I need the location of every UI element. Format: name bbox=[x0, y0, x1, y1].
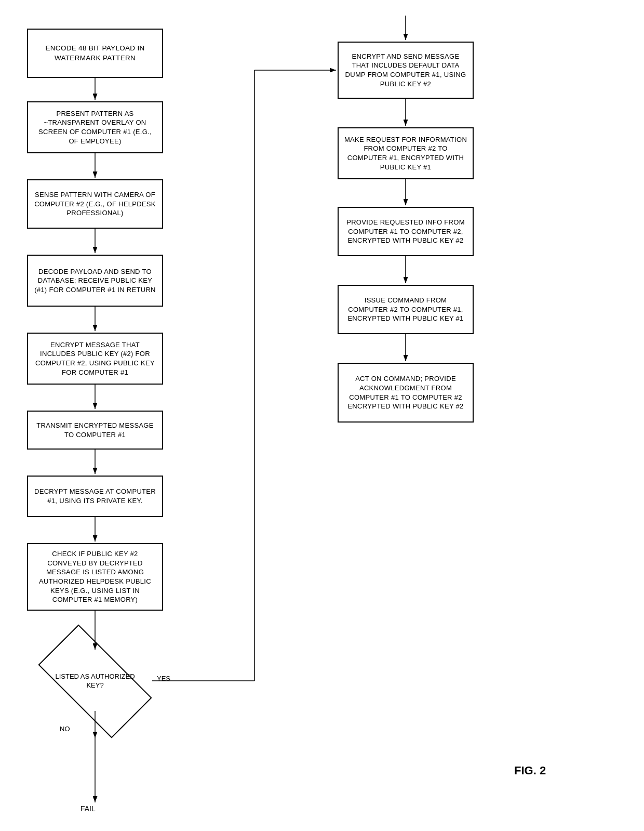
diamond-text: LISTED AS AUTHORIZED KEY? bbox=[53, 672, 137, 690]
rbox1: ENCRYPT AND SEND MESSAGE THAT INCLUDES D… bbox=[338, 42, 474, 99]
no-label: NO bbox=[60, 725, 70, 733]
rbox4: ISSUE COMMAND FROM COMPUTER #2 TO COMPUT… bbox=[338, 285, 474, 334]
box3: SENSE PATTERN WITH CAMERA OF COMPUTER #2… bbox=[27, 179, 163, 229]
box5: ENCRYPT MESSAGE THAT INCLUDES PUBLIC KEY… bbox=[27, 333, 163, 385]
fail-label: FAIL bbox=[81, 804, 96, 813]
box2: PRESENT PATTERN AS ~TRANSPARENT OVERLAY … bbox=[27, 101, 163, 153]
box7: DECRYPT MESSAGE AT COMPUTER #1, USING IT… bbox=[27, 476, 163, 517]
diagram-container: ENCODE 48 BIT PAYLOAD IN WATERMARK PATTE… bbox=[0, 0, 644, 831]
rbox3: PROVIDE REQUESTED INFO FROM COMPUTER #1 … bbox=[338, 207, 474, 256]
fig-label: FIG. 2 bbox=[514, 764, 546, 777]
box6: TRANSMIT ENCRYPTED MESSAGE TO COMPUTER #… bbox=[27, 411, 163, 450]
box8: CHECK IF PUBLIC KEY #2 CONVEYED BY DECRY… bbox=[27, 543, 163, 611]
rbox5: ACT ON COMMAND; PROVIDE ACKNOWLEDGMENT F… bbox=[338, 363, 474, 423]
box4: DECODE PAYLOAD AND SEND TO DATABASE; REC… bbox=[27, 255, 163, 307]
box1: ENCODE 48 BIT PAYLOAD IN WATERMARK PATTE… bbox=[27, 29, 163, 78]
rbox2: MAKE REQUEST FOR INFORMATION FROM COMPUT… bbox=[338, 127, 474, 179]
yes-label: YES bbox=[157, 675, 170, 682]
diamond-wrapper: LISTED AS AUTHORIZED KEY? bbox=[38, 651, 152, 711]
